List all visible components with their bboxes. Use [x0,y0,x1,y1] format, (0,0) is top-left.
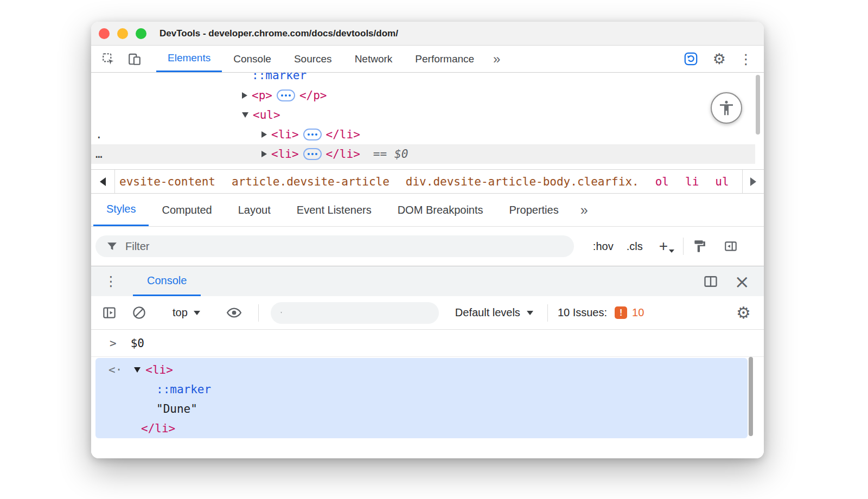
result-tag-open: <li> [145,363,173,376]
main-menu-kebab-icon[interactable]: ⋮ [739,52,753,66]
result-line: </li> [141,419,175,438]
tab-performance[interactable]: Performance [404,46,486,72]
expand-arrow-icon[interactable] [242,92,247,99]
inspect-element-icon[interactable] [100,50,117,68]
issues-count[interactable]: 10 [632,306,644,319]
drawer-actions: × [703,266,764,296]
styles-filter-field[interactable] [95,235,574,257]
tab-network[interactable]: Network [343,46,404,72]
result-text-node: "Dune" [156,402,197,415]
result-pseudo-marker: ::marker [156,383,211,396]
tree-row-li-selected[interactable]: … <li> </li> == $0 [91,144,755,164]
elements-scrollbar-thumb[interactable] [756,75,760,135]
divider [258,304,259,322]
tab-event-listeners[interactable]: Event Listeners [284,194,385,226]
devtools-window: DevTools - developer.chrome.com/docs/dev… [91,22,764,458]
collapse-arrow-icon[interactable] [242,112,248,118]
breadcrumb-scroll-right-icon[interactable] [742,170,764,193]
console-settings-gear-icon[interactable]: ⚙ [736,305,751,321]
toggle-sidebar-icon[interactable] [724,239,738,253]
tag-open: <li> [271,128,299,141]
breadcrumb: evsite-content article.devsite-article d… [115,174,742,190]
inline-expand-icon[interactable] [277,89,295,101]
console-result-block[interactable]: <· <li> ::marker "Dune" </li> [95,358,748,438]
tab-elements[interactable]: Elements [156,46,222,72]
expand-arrow-icon[interactable] [261,151,267,157]
breadcrumb-item[interactable]: ol [655,175,669,188]
accessibility-cursor-icon [711,92,742,124]
tree-row-li[interactable]: . <li> </li> [91,125,755,144]
zoom-window-button[interactable] [136,28,146,39]
console-filter-field[interactable] [271,302,439,324]
show-console-sidebar-icon[interactable] [102,305,117,320]
console-toolbar: top Default levels 10 Issues: ! 10 ⚙ [91,296,764,330]
tag-open: <li> [271,148,299,161]
console-filter-input[interactable] [289,306,432,319]
close-drawer-icon[interactable]: × [735,272,750,291]
settings-gear-icon[interactable]: ⚙ [713,52,726,66]
breadcrumb-item[interactable]: ul [715,175,729,188]
new-style-rule-icon[interactable]: + [659,239,668,254]
device-toolbar-icon[interactable] [126,50,143,68]
pseudo-element-label: ::marker [252,73,307,82]
tab-sources[interactable]: Sources [283,46,343,72]
split-panel-icon[interactable] [703,274,718,289]
tag-close: </li> [326,148,360,161]
context-label: top [173,306,188,319]
breadcrumb-item[interactable]: li [685,175,699,188]
live-expression-eye-icon[interactable] [226,305,242,321]
breadcrumb-item[interactable]: evsite-content [119,175,215,188]
tab-console[interactable]: Console [222,46,283,72]
tree-row-marker[interactable]: ::marker [91,73,755,85]
close-window-button[interactable] [99,28,110,39]
tag-open: <p> [252,89,272,102]
collapse-arrow-icon[interactable] [134,367,141,373]
log-levels-label: Default levels [455,306,520,319]
divider [683,238,684,255]
prompt-chevron: > [110,337,117,350]
clear-console-icon[interactable] [132,305,146,320]
tab-computed[interactable]: Computed [149,194,225,226]
log-levels-dropdown[interactable]: Default levels [455,306,533,319]
console-history-entry[interactable]: > $0 [91,330,764,357]
more-panels-icon[interactable]: » [486,46,508,72]
styles-filter-bar: :hov .cls + [91,227,764,266]
tab-styles[interactable]: Styles [93,194,149,226]
issues-label: 10 Issues: [558,306,607,319]
tab-layout[interactable]: Layout [225,194,284,226]
device-posture-sync-icon[interactable] [682,50,700,68]
inline-expand-icon[interactable] [303,148,322,160]
dollar-zero-marker: $0 [394,148,408,161]
toggle-class-button[interactable]: .cls [627,240,643,253]
window-title: DevTools - developer.chrome.com/docs/dev… [159,28,398,39]
console-messages: > $0 <· <li> ::marker "Dune" </li> [91,330,764,458]
drawer-menu-kebab-icon[interactable]: ⋮ [91,274,118,288]
more-style-tabs-icon[interactable]: » [572,194,597,226]
breadcrumb-bar: evsite-content article.devsite-article d… [91,169,764,194]
breadcrumb-item[interactable]: article.devsite-article [232,175,390,188]
tag-open: <ul> [253,108,280,121]
tree-row-ul[interactable]: <ul> [91,105,755,125]
breadcrumb-item[interactable]: div.devsite-article-body.clearfix. [406,175,639,188]
filter-funnel-icon [106,241,118,252]
styles-filter-input[interactable] [125,240,567,253]
rendering-emulation-icon[interactable] [692,239,706,253]
output-arrow-icon: <· [108,363,122,376]
minimize-window-button[interactable] [117,28,128,39]
tab-properties[interactable]: Properties [496,194,572,226]
breadcrumb-scroll-left-icon[interactable] [91,170,115,193]
toolbar-right-actions: ⚙ ⋮ [682,50,764,68]
wrap-margin-mark: . [95,128,110,141]
issues-warning-icon[interactable]: ! [615,306,627,319]
toggle-hover-state-button[interactable]: :hov [593,240,614,253]
javascript-context-dropdown[interactable]: top [173,306,200,319]
tree-row-p[interactable]: <p> </p> [91,86,755,105]
tab-dom-breakpoints[interactable]: DOM Breakpoints [385,194,496,226]
inline-expand-icon[interactable] [303,129,322,140]
tab-console-drawer[interactable]: Console [133,266,201,296]
console-scrollbar-thumb[interactable] [749,357,753,436]
expand-arrow-icon[interactable] [261,131,267,138]
main-toolbar: Elements Console Sources Network Perform… [91,46,764,73]
styles-sidebar-tabs: Styles Computed Layout Event Listeners D… [91,194,764,227]
tag-close: </li> [326,128,360,141]
